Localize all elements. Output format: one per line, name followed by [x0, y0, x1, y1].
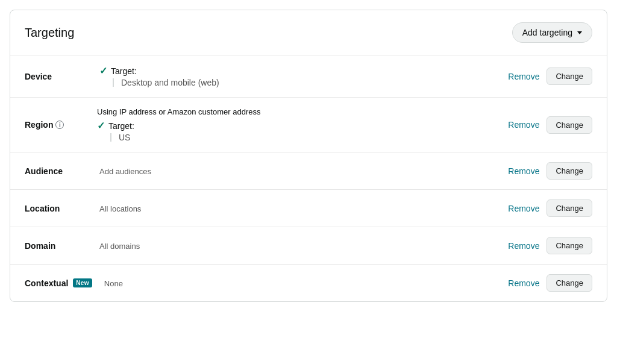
targeting-panel: Targeting Add targeting Device ✓ Target:… — [10, 10, 607, 302]
location-change-button[interactable]: Change — [547, 199, 592, 217]
audience-label: Audience — [25, 166, 97, 176]
domain-label: Domain — [25, 241, 97, 251]
device-label: Device — [25, 72, 97, 81]
region-actions: Remove Change — [496, 116, 592, 134]
domain-actions: Remove Change — [496, 237, 592, 254]
region-target-line: ✓ Target: — [97, 120, 496, 131]
audience-change-button[interactable]: Change — [547, 162, 592, 180]
region-label: Region i — [25, 120, 97, 130]
contextual-label: Contextual New — [25, 278, 102, 288]
region-subtitle: Using IP address or Amazon customer addr… — [97, 107, 496, 116]
domain-remove-button[interactable]: Remove — [508, 241, 539, 251]
add-targeting-button[interactable]: Add targeting — [512, 22, 592, 43]
domain-content: All domains — [97, 241, 496, 251]
region-change-button[interactable]: Change — [547, 116, 592, 134]
add-targeting-label: Add targeting — [522, 28, 572, 37]
region-content: Using IP address or Amazon customer addr… — [97, 107, 496, 142]
region-target-label: Target: — [108, 121, 134, 131]
audience-content: Add audiences — [97, 166, 496, 176]
device-content: ✓ Target: Desktop and mobile (web) — [97, 65, 496, 87]
device-remove-button[interactable]: Remove — [508, 72, 539, 81]
location-label: Location — [25, 204, 97, 213]
domain-value: All domains — [99, 242, 140, 251]
domain-change-button[interactable]: Change — [547, 237, 592, 254]
checkmark-icon: ✓ — [99, 65, 107, 77]
region-target-value: US — [97, 133, 496, 142]
contextual-remove-button[interactable]: Remove — [508, 278, 539, 288]
panel-header: Targeting Add targeting — [10, 10, 607, 55]
location-row: Location All locations Remove Change — [10, 190, 607, 227]
device-change-button[interactable]: Change — [547, 67, 592, 85]
region-row: Region i Using IP address or Amazon cust… — [10, 98, 607, 152]
audience-actions: Remove Change — [496, 162, 592, 180]
domain-row: Domain All domains Remove Change — [10, 227, 607, 265]
region-remove-button[interactable]: Remove — [508, 120, 539, 130]
device-target-label: Target: — [111, 66, 137, 76]
contextual-row: Contextual New None Remove Change — [10, 265, 607, 301]
audience-value: Add audiences — [99, 167, 151, 176]
checkmark-icon: ✓ — [97, 120, 105, 131]
location-content: All locations — [97, 204, 496, 213]
region-info-icon[interactable]: i — [55, 121, 64, 129]
page-title: Targeting — [25, 26, 74, 40]
device-actions: Remove Change — [496, 67, 592, 85]
device-target-line: ✓ Target: — [99, 65, 496, 77]
contextual-content: None — [102, 278, 496, 288]
contextual-value: None — [104, 279, 123, 288]
contextual-actions: Remove Change — [496, 274, 592, 292]
new-badge: New — [73, 278, 92, 287]
device-target-value: Desktop and mobile (web) — [99, 78, 496, 87]
location-remove-button[interactable]: Remove — [508, 204, 539, 213]
audience-remove-button[interactable]: Remove — [508, 166, 539, 176]
location-actions: Remove Change — [496, 199, 592, 217]
audience-row: Audience Add audiences Remove Change — [10, 152, 607, 190]
location-value: All locations — [99, 204, 141, 213]
device-row: Device ✓ Target: Desktop and mobile (web… — [10, 55, 607, 98]
chevron-down-icon — [577, 31, 582, 34]
contextual-change-button[interactable]: Change — [547, 274, 592, 292]
